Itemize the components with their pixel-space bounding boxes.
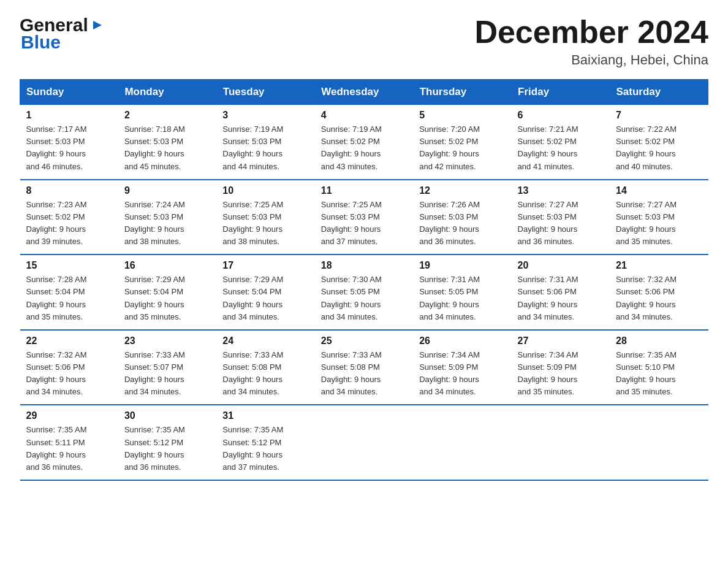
- day-info: Sunrise: 7:24 AMSunset: 5:03 PMDaylight:…: [124, 199, 210, 248]
- svg-marker-0: [93, 21, 102, 29]
- day-number: 25: [321, 335, 407, 347]
- calendar-cell: [413, 405, 511, 480]
- day-number: 4: [321, 110, 407, 121]
- day-number: 10: [222, 185, 308, 196]
- calendar-week-5: 29Sunrise: 7:35 AMSunset: 5:11 PMDayligh…: [20, 405, 708, 480]
- day-number: 17: [222, 260, 308, 271]
- calendar-cell: 17Sunrise: 7:29 AMSunset: 5:04 PMDayligh…: [216, 255, 314, 330]
- day-number: 7: [616, 110, 702, 121]
- day-number: 11: [321, 185, 407, 196]
- calendar-cell: 18Sunrise: 7:30 AMSunset: 5:05 PMDayligh…: [315, 255, 413, 330]
- day-number: 24: [222, 335, 308, 347]
- day-number: 27: [518, 335, 604, 347]
- logo: General Blue: [20, 15, 104, 53]
- calendar-cell: 6Sunrise: 7:21 AMSunset: 5:02 PMDaylight…: [512, 105, 610, 180]
- day-number: 28: [616, 335, 702, 347]
- day-info: Sunrise: 7:27 AMSunset: 5:03 PMDaylight:…: [518, 199, 604, 248]
- calendar-week-1: 1Sunrise: 7:17 AMSunset: 5:03 PMDaylight…: [20, 105, 708, 180]
- day-info: Sunrise: 7:32 AMSunset: 5:06 PMDaylight:…: [26, 349, 112, 399]
- logo-blue-text: Blue: [21, 32, 104, 53]
- day-info: Sunrise: 7:30 AMSunset: 5:05 PMDaylight:…: [321, 274, 407, 323]
- day-number: 21: [616, 260, 702, 271]
- calendar-cell: 10Sunrise: 7:25 AMSunset: 5:03 PMDayligh…: [216, 180, 314, 255]
- calendar-cell: 16Sunrise: 7:29 AMSunset: 5:04 PMDayligh…: [118, 255, 216, 330]
- day-number: 19: [419, 260, 505, 271]
- calendar-cell: 4Sunrise: 7:19 AMSunset: 5:02 PMDaylight…: [315, 105, 413, 180]
- day-number: 23: [124, 335, 210, 347]
- calendar-cell: 7Sunrise: 7:22 AMSunset: 5:02 PMDaylight…: [610, 105, 708, 180]
- calendar-cell: 23Sunrise: 7:33 AMSunset: 5:07 PMDayligh…: [118, 330, 216, 405]
- day-number: 6: [518, 110, 604, 121]
- calendar-header-friday: Friday: [512, 80, 610, 105]
- day-number: 29: [26, 410, 112, 421]
- calendar-cell: 15Sunrise: 7:28 AMSunset: 5:04 PMDayligh…: [20, 255, 118, 330]
- calendar-cell: 3Sunrise: 7:19 AMSunset: 5:03 PMDaylight…: [216, 105, 314, 180]
- day-info: Sunrise: 7:21 AMSunset: 5:02 PMDaylight:…: [518, 123, 604, 173]
- day-info: Sunrise: 7:33 AMSunset: 5:07 PMDaylight:…: [124, 349, 210, 399]
- day-number: 14: [616, 185, 702, 196]
- day-info: Sunrise: 7:19 AMSunset: 5:02 PMDaylight:…: [321, 123, 407, 173]
- calendar-cell: 1Sunrise: 7:17 AMSunset: 5:03 PMDaylight…: [20, 105, 118, 180]
- day-info: Sunrise: 7:31 AMSunset: 5:06 PMDaylight:…: [518, 274, 604, 323]
- calendar-cell: 8Sunrise: 7:23 AMSunset: 5:02 PMDaylight…: [20, 180, 118, 255]
- calendar-cell: 25Sunrise: 7:33 AMSunset: 5:08 PMDayligh…: [315, 330, 413, 405]
- day-info: Sunrise: 7:33 AMSunset: 5:08 PMDaylight:…: [222, 349, 308, 399]
- day-info: Sunrise: 7:23 AMSunset: 5:02 PMDaylight:…: [26, 199, 112, 248]
- day-number: 31: [222, 410, 308, 421]
- day-number: 2: [124, 110, 210, 121]
- calendar-cell: 22Sunrise: 7:32 AMSunset: 5:06 PMDayligh…: [20, 330, 118, 405]
- calendar-header-row: SundayMondayTuesdayWednesdayThursdayFrid…: [20, 80, 708, 105]
- title-area: December 2024 Baixiang, Hebei, China: [474, 15, 708, 68]
- day-info: Sunrise: 7:33 AMSunset: 5:08 PMDaylight:…: [321, 349, 407, 399]
- day-info: Sunrise: 7:25 AMSunset: 5:03 PMDaylight:…: [222, 199, 308, 248]
- day-info: Sunrise: 7:35 AMSunset: 5:11 PMDaylight:…: [26, 424, 112, 473]
- day-info: Sunrise: 7:17 AMSunset: 5:03 PMDaylight:…: [26, 123, 112, 173]
- calendar-cell: 11Sunrise: 7:25 AMSunset: 5:03 PMDayligh…: [315, 180, 413, 255]
- day-number: 8: [26, 185, 112, 196]
- calendar-cell: 19Sunrise: 7:31 AMSunset: 5:05 PMDayligh…: [413, 255, 511, 330]
- day-number: 15: [26, 260, 112, 271]
- day-info: Sunrise: 7:27 AMSunset: 5:03 PMDaylight:…: [616, 199, 702, 248]
- day-number: 9: [124, 185, 210, 196]
- calendar-cell: [315, 405, 413, 480]
- day-number: 30: [124, 410, 210, 421]
- day-number: 26: [419, 335, 505, 347]
- day-info: Sunrise: 7:25 AMSunset: 5:03 PMDaylight:…: [321, 199, 407, 248]
- day-number: 13: [518, 185, 604, 196]
- page-header: General Blue December 2024 Baixiang, Heb…: [20, 15, 708, 68]
- day-info: Sunrise: 7:35 AMSunset: 5:10 PMDaylight:…: [616, 349, 702, 399]
- calendar-cell: 5Sunrise: 7:20 AMSunset: 5:02 PMDaylight…: [413, 105, 511, 180]
- day-info: Sunrise: 7:28 AMSunset: 5:04 PMDaylight:…: [26, 274, 112, 323]
- calendar-week-3: 15Sunrise: 7:28 AMSunset: 5:04 PMDayligh…: [20, 255, 708, 330]
- calendar-table: SundayMondayTuesdayWednesdayThursdayFrid…: [20, 79, 708, 481]
- day-info: Sunrise: 7:29 AMSunset: 5:04 PMDaylight:…: [222, 274, 308, 323]
- day-info: Sunrise: 7:31 AMSunset: 5:05 PMDaylight:…: [419, 274, 505, 323]
- calendar-cell: 30Sunrise: 7:35 AMSunset: 5:12 PMDayligh…: [118, 405, 216, 480]
- calendar-cell: 20Sunrise: 7:31 AMSunset: 5:06 PMDayligh…: [512, 255, 610, 330]
- page-title: December 2024: [474, 15, 708, 50]
- day-info: Sunrise: 7:35 AMSunset: 5:12 PMDaylight:…: [222, 424, 308, 473]
- day-info: Sunrise: 7:34 AMSunset: 5:09 PMDaylight:…: [419, 349, 505, 399]
- calendar-cell: 31Sunrise: 7:35 AMSunset: 5:12 PMDayligh…: [216, 405, 314, 480]
- day-info: Sunrise: 7:35 AMSunset: 5:12 PMDaylight:…: [124, 424, 210, 473]
- calendar-cell: 12Sunrise: 7:26 AMSunset: 5:03 PMDayligh…: [413, 180, 511, 255]
- day-info: Sunrise: 7:32 AMSunset: 5:06 PMDaylight:…: [616, 274, 702, 323]
- day-number: 16: [124, 260, 210, 271]
- page-subtitle: Baixiang, Hebei, China: [474, 52, 708, 68]
- calendar-header-tuesday: Tuesday: [216, 80, 314, 105]
- calendar-cell: 28Sunrise: 7:35 AMSunset: 5:10 PMDayligh…: [610, 330, 708, 405]
- day-number: 1: [26, 110, 112, 121]
- day-info: Sunrise: 7:22 AMSunset: 5:02 PMDaylight:…: [616, 123, 702, 173]
- calendar-cell: 27Sunrise: 7:34 AMSunset: 5:09 PMDayligh…: [512, 330, 610, 405]
- calendar-cell: 21Sunrise: 7:32 AMSunset: 5:06 PMDayligh…: [610, 255, 708, 330]
- day-number: 12: [419, 185, 505, 196]
- calendar-cell: 29Sunrise: 7:35 AMSunset: 5:11 PMDayligh…: [20, 405, 118, 480]
- day-number: 18: [321, 260, 407, 271]
- day-number: 22: [26, 335, 112, 347]
- logo-arrow-icon: [91, 18, 104, 32]
- calendar-cell: 24Sunrise: 7:33 AMSunset: 5:08 PMDayligh…: [216, 330, 314, 405]
- calendar-cell: 26Sunrise: 7:34 AMSunset: 5:09 PMDayligh…: [413, 330, 511, 405]
- calendar-header-monday: Monday: [118, 80, 216, 105]
- calendar-cell: 14Sunrise: 7:27 AMSunset: 5:03 PMDayligh…: [610, 180, 708, 255]
- day-info: Sunrise: 7:18 AMSunset: 5:03 PMDaylight:…: [124, 123, 210, 173]
